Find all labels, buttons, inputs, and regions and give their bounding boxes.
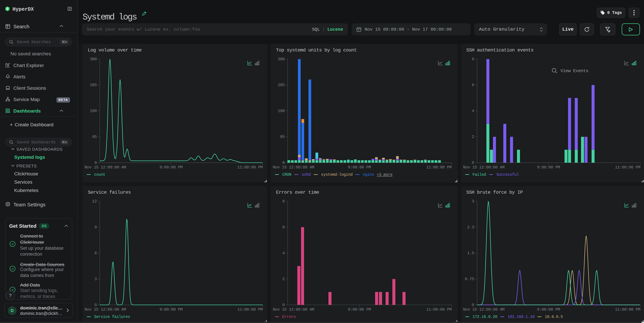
svg-text:0: 0 [472,303,474,307]
svg-text:6: 6 [282,225,284,230]
svg-text:10.0.0.5: 10.0.0.5 [545,315,563,319]
svg-text:Nov 15 12:00:00 AM: Nov 15 12:00:00 AM [463,165,504,170]
svg-text:11:00:00 PM: 11:00:00 PM [237,307,263,312]
svg-text:nginx: nginx [363,172,374,177]
svg-text:9:00:00 PM: 9:00:00 PM [348,165,371,170]
svg-text:9:00:00 PM: 9:00:00 PM [537,307,560,312]
svg-text:285: 285 [90,83,97,87]
svg-text:CRON: CRON [282,172,291,177]
svg-text:+3 more: +3 more [376,172,392,177]
svg-text:Failed: Failed [472,172,486,177]
svg-text:3: 3 [472,199,474,204]
svg-text:11:00:00 PM: 11:00:00 PM [615,307,640,312]
svg-text:11:00:00 PM: 11:00:00 PM [426,307,452,312]
svg-text:172.16.0.20: 172.16.0.20 [472,315,497,319]
svg-text:6: 6 [94,251,97,255]
svg-text:2.3: 2.3 [467,225,474,230]
svg-text:95: 95 [92,135,97,139]
svg-text:9:00:00 PM: 9:00:00 PM [160,165,182,170]
svg-text:1.5: 1.5 [467,251,474,255]
svg-text:4: 4 [282,251,284,255]
svg-text:Nov 15 12:00:00 AM: Nov 15 12:00:00 AM [273,307,314,312]
svg-text:190: 190 [278,109,284,113]
svg-text:Nov 15 12:00:00 AM: Nov 15 12:00:00 AM [273,165,314,170]
svg-text:380: 380 [90,57,97,62]
svg-text:95: 95 [280,135,284,139]
svg-text:0: 0 [94,160,97,165]
svg-text:12: 12 [92,199,97,204]
svg-text:2: 2 [282,277,284,281]
svg-text:Errors: Errors [282,315,296,319]
svg-text:9:00:00 PM: 9:00:00 PM [348,307,371,312]
svg-text:8: 8 [472,57,474,62]
svg-text:View Events: View Events [560,68,588,74]
svg-text:3: 3 [94,277,97,281]
svg-text:11:00:00 PM: 11:00:00 PM [615,165,640,170]
svg-text:0.75: 0.75 [465,277,474,281]
svg-text:9: 9 [94,225,97,230]
svg-text:count: count [94,172,105,177]
svg-text:0: 0 [282,303,284,307]
svg-text:Service failures: Service failures [94,315,130,319]
svg-text:2: 2 [472,135,474,139]
svg-text:1: 1 [358,29,359,31]
svg-text:Nov 15 12:00:00 AM: Nov 15 12:00:00 AM [84,307,126,312]
svg-text:11:00:00 PM: 11:00:00 PM [237,165,263,170]
svg-text:190: 190 [90,109,97,113]
svg-text:6: 6 [472,83,474,87]
svg-text:0: 0 [282,160,284,165]
svg-text:8: 8 [282,199,284,204]
svg-text:0: 0 [472,160,474,165]
svg-text:sshd: sshd [302,172,311,177]
svg-text:9:00:00 PM: 9:00:00 PM [160,307,182,312]
svg-text:380: 380 [278,57,284,62]
svg-text:Nov 15 12:00:00 AM: Nov 15 12:00:00 AM [463,307,504,312]
svg-text:Successful: Successful [496,172,519,177]
svg-text:11:00:00 PM: 11:00:00 PM [426,165,452,170]
svg-text:285: 285 [278,83,284,87]
svg-text:4: 4 [472,109,474,113]
svg-text:Nov 15 12:00:00 AM: Nov 15 12:00:00 AM [84,165,126,170]
svg-text:192.168.1.10: 192.168.1.10 [508,315,534,319]
svg-text:9:00:00 PM: 9:00:00 PM [537,165,560,170]
svg-text:systemd-logind: systemd-logind [321,172,352,177]
svg-text:0: 0 [94,303,97,307]
